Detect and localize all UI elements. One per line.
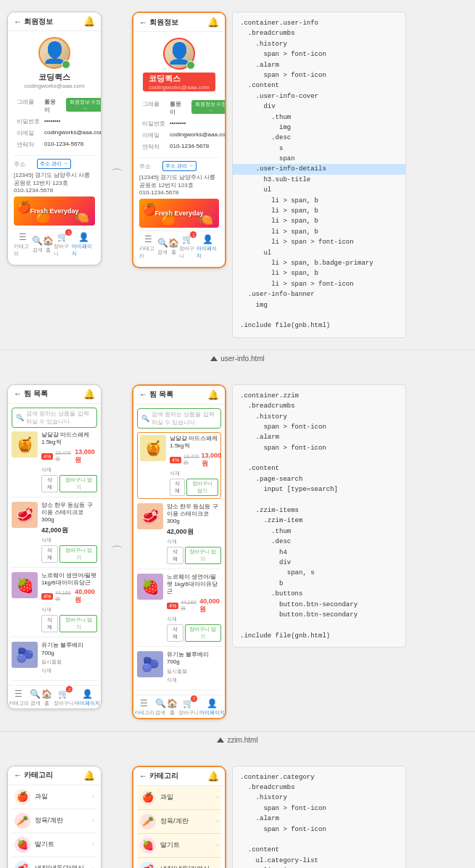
gnb-my-zzim-l[interactable]: 👤마이페이지 [75, 689, 100, 707]
home-icon: 🏠 [43, 236, 54, 246]
address-manage-btn-r[interactable]: 주소 관리 → [162, 161, 197, 171]
back-nav-right[interactable]: ← 회원정보 [139, 17, 178, 28]
product-thumb-3-r: 🍓 [137, 574, 163, 600]
product-buttons-1-r: 삭제 장바구니 담기 [170, 479, 218, 496]
bell-icon[interactable]: 🔔 [83, 16, 95, 27]
gnb-home-zzim-l[interactable]: 🏠홈 [41, 689, 52, 707]
back-nav[interactable]: ← 회원정보 [14, 17, 53, 27]
code-line: .breadcrumbs [240, 782, 398, 793]
edit-member-btn[interactable]: 회원정보 수정 → [66, 98, 102, 112]
cat-item-berry-r[interactable]: 🍓 딸기트 › [137, 834, 221, 858]
code-line: .include file(gnb.html) [240, 321, 398, 331]
product-item-1-r: 🍯 날달걀 마드스패케 1.5kg씩 4% 13,470원 13,000원 식재… [137, 432, 221, 499]
discount-badge-1-r: 4% [170, 457, 181, 463]
code-line: ul.category-list [240, 856, 398, 866]
cat-arrow-fruit-l: › [92, 793, 94, 800]
gnb-mypage[interactable]: 👤마이페이지 [72, 232, 95, 257]
bell-icon-r[interactable]: 🔔 [207, 17, 219, 28]
code-line: .content [240, 463, 398, 474]
gnb-bar-zzim-r: ☰카테고리 🔍검색 🏠홈 🛒2장바구니 👤마이페이지 [133, 695, 225, 718]
product-name-2-r: 양소 한우 등심등 구이용 스테이크코 300g [167, 503, 221, 526]
bell-icon-cat-r[interactable]: 🔔 [207, 771, 219, 782]
product-meta-3-l: 식재 [41, 606, 97, 613]
code-line: .buttons [240, 589, 398, 599]
product-status-4-l: 식재 [41, 667, 97, 674]
banner-text-r: Fresh Everyday [154, 210, 203, 217]
cart-btn-3-l[interactable]: 장바구니 담기 [59, 615, 97, 632]
cart-btn-3-r[interactable]: 장바구니 담기 [185, 624, 221, 642]
back-nav-zzim-l[interactable]: ← 찜 목록 [14, 389, 48, 399]
cat-item-fruit-l[interactable]: 🍎 과일 › [12, 785, 97, 809]
cat-item-frozen-l[interactable]: 🥩 냉장/냉동/간편식 › [12, 857, 97, 868]
user-icon-r: 👤 [202, 234, 213, 244]
gnb-home-zzim-r[interactable]: 🏠홈 [167, 698, 178, 716]
cat-item-berry-l[interactable]: 🍓 딸기트 › [12, 833, 97, 857]
gnb-home[interactable]: 🏠홈 [43, 236, 54, 254]
bell-icon-zzim-l[interactable]: 🔔 [83, 389, 95, 400]
code-line: button.btn-secondary [240, 610, 398, 620]
gnb-home-r[interactable]: 🏠홈 [168, 238, 179, 256]
delete-btn-1-r[interactable]: 삭제 [170, 479, 185, 496]
code-line: .desc [240, 537, 398, 547]
search-icon-zzim-l: 🔍 [16, 414, 24, 421]
bell-icon-zzim-r[interactable]: 🔔 [207, 389, 219, 400]
product-item-1-l: 🍯 날달걀 마드스패케 1.5kg씩 4% 13,470원 13,000원 식재… [12, 431, 97, 497]
gnb-category-r[interactable]: ☰카테고리 [139, 234, 157, 260]
info-row-email: 이메일 codingworks@aaa.com [15, 128, 102, 138]
cat-item-frozen-r[interactable]: 🥩 냉장/냉동/간편식 › [137, 858, 221, 868]
triangle-icon [210, 356, 218, 361]
gnb-cat-zzim-l[interactable]: ☰카테고리 [9, 689, 29, 707]
cat-item-meat-l[interactable]: 🥕 정육/계란 › [12, 809, 97, 833]
cart-btn-2-l[interactable]: 장바구니 담기 [59, 545, 97, 563]
code-block-category: .container.category .breadcrumbs .histor… [232, 766, 406, 868]
gnb-cart-r[interactable]: 🛒1장바구니 [179, 234, 197, 260]
code-line: img [240, 300, 398, 310]
gnb-search-r[interactable]: 🔍검색 [157, 238, 168, 256]
gnb-srch-zzim-l[interactable]: 🔍검색 [30, 689, 41, 707]
delete-btn-2-r[interactable]: 삭제 [167, 547, 183, 564]
cat-item-fruit-r[interactable]: 🍎 과일 › [137, 786, 221, 810]
back-nav-zzim-r[interactable]: ← 찜 목록 [139, 389, 173, 400]
gnb-mypage-r[interactable]: 👤마이페이지 [197, 234, 219, 260]
bell-icon-cat-l[interactable]: 🔔 [83, 770, 95, 781]
phone-header: ← 회원정보 🔔 [8, 12, 101, 31]
code-line: .page-search [240, 474, 398, 484]
search-icon-zzim-l2: 🔍 [30, 689, 41, 699]
cart-btn-1-r[interactable]: 장바구니 담기 [186, 479, 218, 496]
search-bar-zzim-r[interactable]: 🔍 검색 원하는 상품을 입력하실 수 있습니다. [137, 408, 221, 429]
address-value-r: [12345] 경기도 남양주시 사릉공원로 12번지 123호 [139, 173, 219, 189]
label-email: 이메일 [15, 128, 41, 138]
cart-btn-2-r[interactable]: 장바구니 담기 [185, 547, 221, 564]
gnb-cat-zzim-r[interactable]: ☰카테고리 [134, 698, 154, 716]
avatar-wrap: 👤 [38, 37, 70, 69]
cart-btn-1-l[interactable]: 장바구니 담기 [59, 475, 97, 492]
edit-member-btn-r[interactable]: 회원정보 수정 → [191, 100, 226, 114]
delete-btn-3-r[interactable]: 삭제 [167, 624, 183, 642]
back-nav-cat-r[interactable]: ← 카테고리 [139, 771, 178, 781]
product-thumb-2-r: 🥩 [137, 503, 163, 529]
product-desc-2-l: 양소 한우 등심등 구이용 스테이크코 300g 42,000원 식재 삭제 장… [41, 502, 97, 563]
gnb-cart-zzim-l[interactable]: 🛒2장바구니 [54, 689, 74, 707]
delete-btn-3-l[interactable]: 삭제 [41, 615, 58, 632]
gnb-cart-zzim-r[interactable]: 🛒2장바구니 [178, 698, 199, 716]
search-bar-zzim-l[interactable]: 🔍 검색 원하는 상품을 입력하실 수 있습니다. [12, 408, 97, 428]
phone-right-category: ← 카테고리 🔔 🍎 과일 › 🥕 정육/계란 › 🍓 딸기 [132, 766, 226, 868]
gnb-search[interactable]: 🔍검색 [32, 236, 43, 254]
label-pw-r: 비밀번호 [141, 118, 167, 128]
gnb-cart[interactable]: 🛒1장바구니 [54, 232, 72, 257]
cat-arrow-meat-l: › [92, 817, 94, 824]
cat-item-meat-r[interactable]: 🥕 정육/계란 › [137, 810, 221, 834]
search-placeholder-zzim-l: 검색 원하는 상품을 입력하실 수 있습니다. [26, 410, 93, 426]
delete-btn-1-l[interactable]: 삭제 [41, 475, 58, 492]
cat-arrow-berry-l: › [92, 841, 94, 848]
cat-name-frozen-r: 냉장/냉동/간편식 [160, 864, 212, 868]
address-manage-btn[interactable]: 주소 관리 → [37, 159, 71, 169]
gnb-label-search: 검색 [33, 247, 43, 254]
delete-btn-2-l[interactable]: 삭제 [41, 545, 58, 563]
price-row-1-r: 4% 13,470원 13,000원 [170, 452, 218, 468]
back-nav-cat-l[interactable]: ← 카테고리 [14, 770, 53, 780]
gnb-label-home: 홈 [46, 247, 51, 254]
gnb-my-zzim-r[interactable]: 👤마이페이지 [199, 698, 225, 716]
gnb-category[interactable]: ☰카테고리 [14, 232, 32, 257]
gnb-srch-zzim-r[interactable]: 🔍검색 [155, 698, 166, 716]
